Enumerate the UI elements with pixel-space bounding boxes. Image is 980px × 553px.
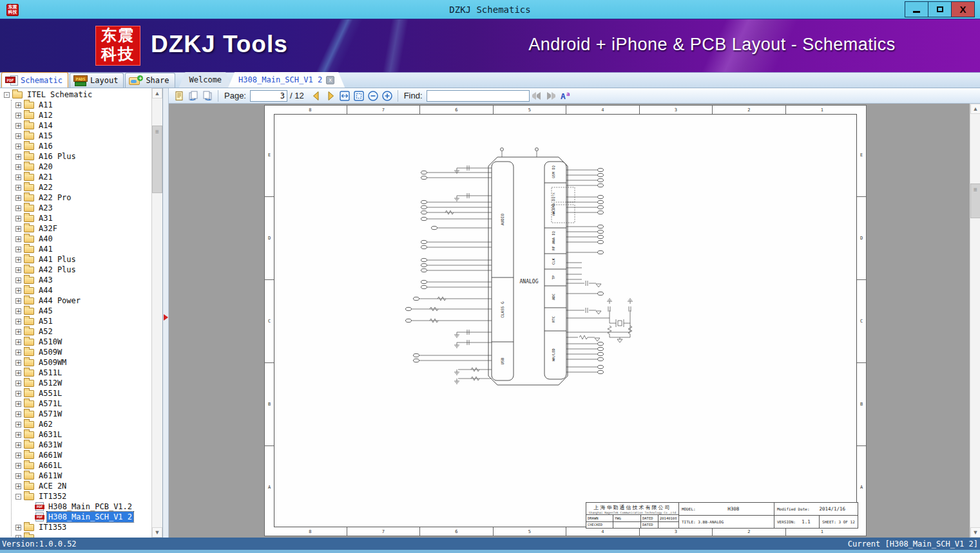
tree-item-label[interactable]: A41 [37,244,54,254]
expand-icon[interactable]: + [15,154,21,160]
expand-icon[interactable]: + [15,123,21,129]
tree-item-label[interactable]: A611W [37,471,63,481]
expand-icon[interactable]: + [15,236,21,242]
expand-icon[interactable]: + [15,195,21,201]
tree-item[interactable]: +A16 Plus [0,151,151,162]
tree-item[interactable]: +A43 [0,275,151,285]
tree-item[interactable]: +A52 [0,326,151,337]
fit-width-button[interactable] [338,89,352,102]
minimize-button[interactable] [905,1,928,17]
expand-icon[interactable]: + [15,339,21,345]
tree-item-label[interactable]: A52 [37,326,54,337]
tree-item-label[interactable]: A44 Power [37,295,82,306]
tree-item[interactable]: +A511L [0,368,151,378]
tree-item-label[interactable]: A14 [37,120,54,131]
doc-scroll-down-icon[interactable]: ▼ [970,527,980,538]
expand-icon[interactable]: + [15,216,21,221]
tree-item-label[interactable]: IT1353 [37,522,68,532]
expand-icon[interactable]: + [15,442,21,448]
tree-item[interactable]: +A23 [0,203,151,213]
tree-item[interactable]: +A31 [0,213,151,223]
tree-item-label[interactable]: A661L [37,460,63,471]
find-input[interactable] [427,90,530,102]
expand-icon[interactable]: + [15,380,21,386]
tree-item[interactable]: +A40 [0,234,151,244]
tree-item-label[interactable]: ITEL Schematic [26,89,93,100]
expand-icon[interactable]: + [15,319,21,324]
zoom-in-button[interactable] [380,89,394,102]
expand-icon[interactable]: + [15,102,21,108]
tree-item-label[interactable]: ACE 2N [37,481,68,491]
splitter-collapse-icon[interactable] [164,314,168,321]
expand-icon[interactable]: + [15,422,21,427]
tree-item[interactable]: +A41 [0,244,151,254]
page-number-input[interactable] [250,90,287,102]
expand-icon[interactable]: + [15,329,21,335]
tree-item[interactable]: +A32F [0,223,151,234]
find-previous-button[interactable] [530,89,544,102]
tree-item[interactable]: +A551L [0,388,151,398]
tree-item-label[interactable]: A40 [37,234,54,244]
tree-scrollbar-thumb[interactable] [152,126,162,193]
tree-item-label[interactable]: H308_Main_PCB_V1.2 [47,501,133,512]
expand-icon[interactable]: + [15,360,21,366]
tree-item-label[interactable]: A11 [37,100,54,110]
expand-icon[interactable]: + [15,267,21,273]
pdf-viewport[interactable]: 87654321 87654321 EDCBA EDCBA ANALOG AUD… [169,104,980,538]
collapse-icon[interactable]: - [15,494,21,500]
tree-item-label[interactable]: A16 Plus [37,151,77,162]
zoom-out-button[interactable] [366,89,380,102]
expand-icon[interactable]: + [15,113,21,118]
tree-item-label[interactable]: A571L [37,398,63,409]
tree-item-label[interactable]: A12 [37,110,54,120]
tree-item-label[interactable]: A511L [37,368,63,378]
collapse-icon[interactable]: - [4,92,10,98]
expand-icon[interactable]: + [15,483,21,489]
tree-item-label[interactable]: A571W [37,409,63,419]
expand-icon[interactable]: + [15,288,21,294]
tree-item[interactable]: +A510W [0,337,151,347]
tree-item[interactable]: -ITEL Schematic [0,89,151,100]
tree-item-label[interactable]: A43 [37,275,54,285]
tree-item[interactable]: +A51 [0,316,151,326]
expand-icon[interactable]: + [15,185,21,191]
expand-icon[interactable]: + [15,257,21,263]
tree-item-label[interactable]: A661W [37,450,63,460]
find-next-button[interactable] [544,89,558,102]
match-case-button[interactable]: Aa [558,89,572,102]
tree-item-label[interactable]: A21 [37,172,54,182]
tree-item[interactable]: +A41 Plus [0,254,151,265]
tree-item-label[interactable]: A22 [37,182,54,192]
tree-item[interactable]: +A571W [0,409,151,419]
panel-splitter[interactable] [163,88,169,538]
tree-item[interactable]: +A44 Power [0,295,151,306]
tab-schematic[interactable]: PDF Schematic [1,72,68,88]
close-button[interactable]: X [951,1,975,17]
tree-item[interactable]: +A661W [0,450,151,460]
tree-item-label[interactable]: A551L [37,388,63,398]
expand-icon[interactable]: + [15,205,21,211]
expand-icon[interactable]: + [15,298,21,304]
tree-item[interactable]: +A15 [0,131,151,141]
tree-item[interactable]: -IT1352 [0,491,151,501]
tree-item[interactable]: +A571L [0,398,151,409]
expand-icon[interactable]: + [15,453,21,458]
expand-icon[interactable]: + [15,525,21,530]
tree-item[interactable]: +A509W [0,347,151,357]
expand-icon[interactable]: + [15,164,21,170]
tree-item[interactable]: +A14 [0,120,151,131]
tree-item[interactable]: +IT1353 [0,522,151,532]
expand-icon[interactable]: + [15,144,21,149]
tree-item[interactable]: +A12 [0,110,151,120]
expand-icon[interactable]: + [15,277,21,283]
tab-share[interactable]: + Share [125,73,175,88]
snapshot-prev-button[interactable] [186,89,200,102]
expand-icon[interactable]: + [15,174,21,180]
tree-item[interactable]: PDFH308_Main_PCB_V1.2 [0,501,151,512]
tree-item-label[interactable]: A512W [37,378,63,388]
doc-tab-h308[interactable]: H308_Main_SCH_V1 2 x [228,72,345,88]
copy-page-button[interactable] [172,89,186,102]
expand-icon[interactable]: + [15,370,21,376]
tree-item-label[interactable]: A15 [37,131,54,141]
maximize-button[interactable] [928,1,952,17]
